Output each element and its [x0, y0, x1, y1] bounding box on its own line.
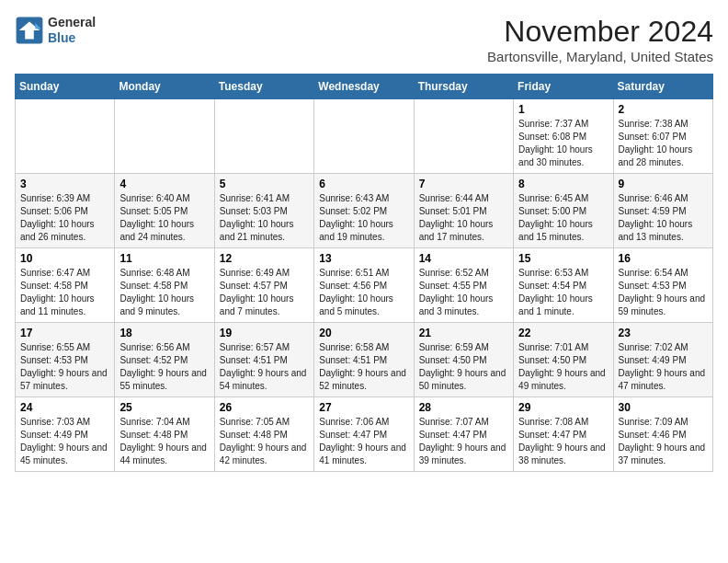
day-info: Sunrise: 6:43 AMSunset: 5:02 PMDaylight:…	[319, 192, 408, 244]
calendar-cell: 11Sunrise: 6:48 AMSunset: 4:58 PMDayligh…	[115, 248, 214, 323]
day-number: 12	[220, 252, 309, 265]
day-info: Sunrise: 6:44 AMSunset: 5:01 PMDaylight:…	[419, 192, 508, 244]
calendar-cell: 17Sunrise: 6:55 AMSunset: 4:53 PMDayligh…	[16, 323, 115, 397]
calendar-cell: 21Sunrise: 6:59 AMSunset: 4:50 PMDayligh…	[414, 323, 513, 397]
day-number: 17	[20, 327, 109, 339]
calendar-cell: 16Sunrise: 6:54 AMSunset: 4:53 PMDayligh…	[613, 248, 712, 323]
calendar-header: SundayMondayTuesdayWednesdayThursdayFrid…	[16, 75, 713, 99]
calendar-cell	[314, 99, 414, 174]
logo-icon	[15, 16, 44, 45]
calendar-cell: 12Sunrise: 6:49 AMSunset: 4:57 PMDayligh…	[214, 248, 313, 323]
day-info: Sunrise: 6:57 AMSunset: 4:51 PMDaylight:…	[220, 341, 309, 393]
day-info: Sunrise: 6:55 AMSunset: 4:53 PMDaylight:…	[20, 341, 109, 393]
calendar-cell: 8Sunrise: 6:45 AMSunset: 5:00 PMDaylight…	[514, 174, 613, 248]
day-info: Sunrise: 7:37 AMSunset: 6:08 PMDaylight:…	[518, 118, 608, 169]
day-info: Sunrise: 7:01 AMSunset: 4:50 PMDaylight:…	[518, 341, 608, 393]
calendar-cell: 3Sunrise: 6:39 AMSunset: 5:06 PMDaylight…	[16, 174, 115, 248]
day-info: Sunrise: 6:51 AMSunset: 4:56 PMDaylight:…	[319, 267, 408, 318]
calendar-body: 1Sunrise: 7:37 AMSunset: 6:08 PMDaylight…	[16, 99, 713, 472]
day-number: 18	[119, 327, 209, 339]
day-number: 19	[220, 327, 309, 339]
day-info: Sunrise: 7:38 AMSunset: 6:07 PMDaylight:…	[619, 118, 708, 169]
day-info: Sunrise: 7:02 AMSunset: 4:49 PMDaylight:…	[619, 341, 708, 393]
day-info: Sunrise: 6:53 AMSunset: 4:54 PMDaylight:…	[518, 267, 608, 318]
calendar-cell: 6Sunrise: 6:43 AMSunset: 5:02 PMDaylight…	[314, 174, 414, 248]
day-number: 23	[619, 327, 708, 339]
day-number: 11	[119, 252, 209, 265]
day-info: Sunrise: 6:56 AMSunset: 4:52 PMDaylight:…	[119, 341, 209, 393]
day-info: Sunrise: 6:46 AMSunset: 4:59 PMDaylight:…	[619, 192, 708, 244]
calendar-cell	[16, 99, 115, 174]
day-number: 28	[419, 401, 508, 414]
calendar-cell: 29Sunrise: 7:08 AMSunset: 4:47 PMDayligh…	[514, 397, 613, 472]
day-info: Sunrise: 6:52 AMSunset: 4:55 PMDaylight:…	[419, 267, 508, 318]
calendar-cell: 30Sunrise: 7:09 AMSunset: 4:46 PMDayligh…	[613, 397, 712, 472]
day-number: 20	[319, 327, 408, 339]
day-info: Sunrise: 6:59 AMSunset: 4:50 PMDaylight:…	[419, 341, 508, 393]
day-info: Sunrise: 7:09 AMSunset: 4:46 PMDaylight:…	[619, 416, 708, 467]
calendar-cell: 19Sunrise: 6:57 AMSunset: 4:51 PMDayligh…	[214, 323, 313, 397]
calendar-cell: 22Sunrise: 7:01 AMSunset: 4:50 PMDayligh…	[514, 323, 613, 397]
day-number: 3	[20, 178, 109, 190]
day-number: 5	[220, 178, 309, 190]
day-number: 13	[319, 252, 408, 265]
day-number: 7	[419, 178, 508, 190]
weekday-header-thursday: Thursday	[414, 75, 513, 99]
calendar-cell: 18Sunrise: 6:56 AMSunset: 4:52 PMDayligh…	[115, 323, 214, 397]
logo-line1: General	[48, 15, 96, 30]
calendar-week-3: 10Sunrise: 6:47 AMSunset: 4:58 PMDayligh…	[16, 248, 713, 323]
calendar-cell: 24Sunrise: 7:03 AMSunset: 4:49 PMDayligh…	[16, 397, 115, 472]
calendar-week-4: 17Sunrise: 6:55 AMSunset: 4:53 PMDayligh…	[16, 323, 713, 397]
calendar-week-1: 1Sunrise: 7:37 AMSunset: 6:08 PMDaylight…	[16, 99, 713, 174]
calendar-week-5: 24Sunrise: 7:03 AMSunset: 4:49 PMDayligh…	[16, 397, 713, 472]
calendar-cell: 28Sunrise: 7:07 AMSunset: 4:47 PMDayligh…	[414, 397, 513, 472]
day-info: Sunrise: 6:41 AMSunset: 5:03 PMDaylight:…	[220, 192, 309, 244]
day-info: Sunrise: 7:07 AMSunset: 4:47 PMDaylight:…	[419, 416, 508, 467]
day-number: 25	[119, 401, 209, 414]
day-info: Sunrise: 7:04 AMSunset: 4:48 PMDaylight:…	[119, 416, 209, 467]
logo: General Blue	[15, 15, 96, 46]
day-info: Sunrise: 7:05 AMSunset: 4:48 PMDaylight:…	[220, 416, 309, 467]
day-number: 21	[419, 327, 508, 339]
calendar-cell: 4Sunrise: 6:40 AMSunset: 5:05 PMDaylight…	[115, 174, 214, 248]
day-number: 26	[220, 401, 309, 414]
weekday-header-wednesday: Wednesday	[314, 75, 414, 99]
day-info: Sunrise: 6:49 AMSunset: 4:57 PMDaylight:…	[220, 267, 309, 318]
day-number: 27	[319, 401, 408, 414]
calendar-cell: 14Sunrise: 6:52 AMSunset: 4:55 PMDayligh…	[414, 248, 513, 323]
day-info: Sunrise: 6:54 AMSunset: 4:53 PMDaylight:…	[619, 267, 708, 318]
day-info: Sunrise: 6:39 AMSunset: 5:06 PMDaylight:…	[20, 192, 109, 244]
day-info: Sunrise: 7:03 AMSunset: 4:49 PMDaylight:…	[20, 416, 109, 467]
calendar-cell: 1Sunrise: 7:37 AMSunset: 6:08 PMDaylight…	[514, 99, 613, 174]
day-number: 15	[518, 252, 608, 265]
calendar-cell: 25Sunrise: 7:04 AMSunset: 4:48 PMDayligh…	[115, 397, 214, 472]
calendar-cell	[214, 99, 313, 174]
calendar-cell: 2Sunrise: 7:38 AMSunset: 6:07 PMDaylight…	[613, 99, 712, 174]
calendar-cell: 20Sunrise: 6:58 AMSunset: 4:51 PMDayligh…	[314, 323, 414, 397]
calendar-cell	[414, 99, 513, 174]
day-info: Sunrise: 6:48 AMSunset: 4:58 PMDaylight:…	[119, 267, 209, 318]
weekday-header-tuesday: Tuesday	[214, 75, 313, 99]
day-info: Sunrise: 7:08 AMSunset: 4:47 PMDaylight:…	[518, 416, 608, 467]
calendar-cell: 26Sunrise: 7:05 AMSunset: 4:48 PMDayligh…	[214, 397, 313, 472]
calendar-table: SundayMondayTuesdayWednesdayThursdayFrid…	[15, 74, 713, 472]
calendar-cell: 23Sunrise: 7:02 AMSunset: 4:49 PMDayligh…	[613, 323, 712, 397]
day-info: Sunrise: 6:47 AMSunset: 4:58 PMDaylight:…	[20, 267, 109, 318]
calendar-cell: 15Sunrise: 6:53 AMSunset: 4:54 PMDayligh…	[514, 248, 613, 323]
location-title: Bartonsville, Maryland, United States	[487, 49, 713, 64]
day-number: 24	[20, 401, 109, 414]
day-number: 30	[619, 401, 708, 414]
header: General Blue November 2024 Bartonsville,…	[15, 15, 713, 64]
day-number: 8	[518, 178, 608, 190]
day-number: 1	[518, 103, 608, 116]
calendar-cell: 27Sunrise: 7:06 AMSunset: 4:47 PMDayligh…	[314, 397, 414, 472]
day-number: 2	[619, 103, 708, 116]
calendar-cell	[115, 99, 214, 174]
day-info: Sunrise: 6:40 AMSunset: 5:05 PMDaylight:…	[119, 192, 209, 244]
weekday-header-friday: Friday	[514, 75, 613, 99]
day-number: 6	[319, 178, 408, 190]
weekday-header-row: SundayMondayTuesdayWednesdayThursdayFrid…	[16, 75, 713, 99]
weekday-header-monday: Monday	[115, 75, 214, 99]
day-number: 10	[20, 252, 109, 265]
calendar-cell: 13Sunrise: 6:51 AMSunset: 4:56 PMDayligh…	[314, 248, 414, 323]
